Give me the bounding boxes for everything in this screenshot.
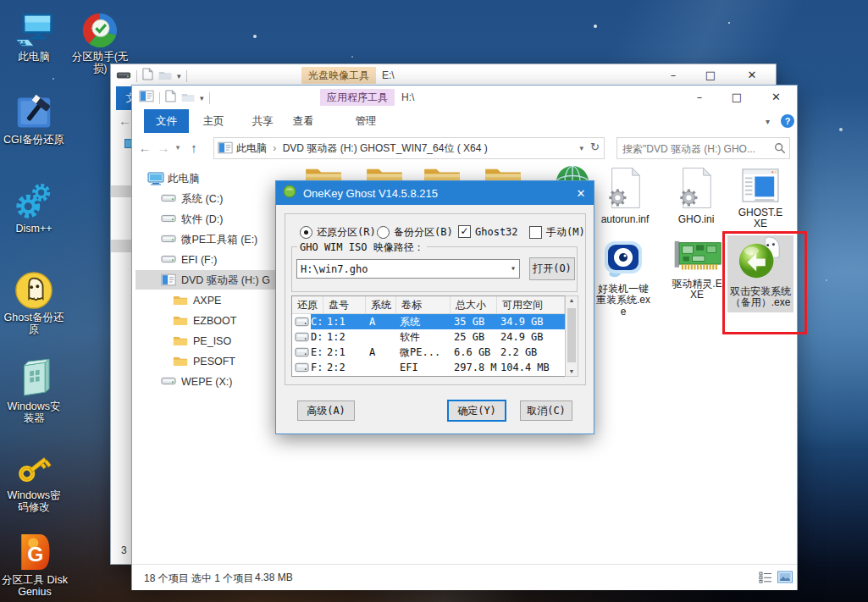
button-取消(C)[interactable]: 取消(C) [520, 400, 572, 421]
sidebar-item-EFI (F:)[interactable]: EFI (F:) [161, 251, 217, 268]
file-item-驱动精灵.EXE[interactable]: 驱动精灵.EXE [671, 240, 723, 301]
radio-还原分区(R)[interactable]: 还原分区(R) [300, 225, 376, 240]
tab-查看[interactable]: 查看 [285, 109, 322, 133]
file-item-好装机一键重装系统.exe[interactable]: 好装机一键重装系统.exe [595, 238, 651, 318]
sidebar-item-AXPE[interactable]: AXPE [173, 292, 221, 309]
close-button[interactable]: ✕ [729, 64, 775, 86]
desktop-icon-7[interactable]: G 分区工具 DiskGenius [2, 530, 68, 599]
thumbnail-view-icon[interactable] [777, 571, 793, 586]
combo-dropdown-icon[interactable]: ▾ [511, 263, 516, 273]
table-cell: 297.8 MB [451, 362, 497, 373]
sidebar-item-EZBOOT[interactable]: EZBOOT [173, 312, 236, 329]
column-header-可用空间[interactable]: 可用空间 [497, 296, 565, 313]
minimize-button[interactable]: – [681, 86, 718, 108]
sidebar-item-DVD 驱动器 (H:) G[interactable]: DVD 驱动器 (H:) G [161, 272, 270, 289]
divider [209, 92, 210, 104]
tab-共享[interactable]: 共享 [244, 109, 281, 133]
help-icon[interactable]: ? [781, 114, 794, 128]
sidebar-item-WEPE (X:)[interactable]: WEPE (X:) [161, 373, 232, 390]
up-arrow-icon[interactable]: ↑ [185, 138, 203, 157]
radio-备份分区(B)[interactable]: 备份分区(B) [377, 225, 453, 240]
maximize-button[interactable]: □ [692, 64, 729, 86]
address-dropdown-icon[interactable]: ▾ [579, 144, 583, 152]
scroll-up-icon[interactable]: ▲ [566, 296, 578, 305]
breadcrumb-root[interactable]: 此电脑 [236, 142, 267, 154]
divider [186, 70, 187, 82]
table-row[interactable]: E:2:1A微PE...6.6 GB2.2 GB [292, 345, 565, 360]
folder-icon[interactable] [181, 91, 195, 106]
column-header-还原[interactable]: 还原 [292, 296, 323, 313]
file-item-autorun.inf[interactable]: autorun.inf [594, 167, 656, 225]
address-box[interactable]: 此电脑 › DVD 驱动器 (H:) GHOST_WIN7_64位 ( X64 … [213, 137, 605, 159]
forward-arrow-icon[interactable]: → [154, 138, 173, 157]
image-path-value[interactable]: H:\win7.gho [301, 263, 368, 275]
checkbox-icon[interactable]: ✓ [458, 225, 471, 238]
table-cell: 2:2 [323, 362, 366, 373]
desktop-icon-label: CGI备份还原 [3, 134, 64, 146]
recent-locations-icon[interactable]: ▾ [173, 141, 183, 153]
open-button[interactable]: 打开(O) [529, 257, 575, 280]
back-arrow-icon[interactable]: ← [119, 113, 131, 128]
checkbox-手动(M)[interactable]: 手动(M) [529, 225, 585, 240]
column-header-总大小[interactable]: 总大小 [451, 296, 497, 313]
scroll-down-icon[interactable]: ▼ [566, 367, 578, 376]
column-header-盘号[interactable]: 盘号 [323, 296, 366, 313]
titlebar: ▾ 应用程序工具 H:\ – □ ✕ [132, 86, 797, 109]
desktop-icon-2[interactable]: CGI备份还原 [2, 90, 66, 146]
ribbon-collapse-icon[interactable]: ▾ [766, 117, 770, 126]
chevron-down-icon[interactable]: ▾ [177, 72, 181, 80]
table-cell: C: [292, 316, 323, 328]
breadcrumb[interactable]: 此电脑 › DVD 驱动器 (H:) GHOST_WIN7_64位 ( X64 … [236, 141, 488, 156]
breadcrumb-current[interactable]: DVD 驱动器 (H:) GHOST_WIN7_64位 ( X64 ) [283, 142, 488, 154]
refresh-icon[interactable]: ↻ [590, 141, 600, 153]
tab-文件[interactable]: 文件 [144, 109, 189, 133]
table-scrollbar[interactable]: ▲ ▼ [565, 295, 578, 377]
new-file-icon[interactable] [142, 68, 153, 84]
folder-icon[interactable] [158, 69, 172, 84]
back-arrow-icon[interactable]: ← [135, 138, 154, 157]
table-row[interactable]: D:1:2软件25 GB24.9 GB [292, 329, 565, 345]
sidebar-item-PE_ISO[interactable]: PE_ISO [173, 333, 231, 350]
search-box[interactable]: 搜索"DVD 驱动器 (H:) GHO... [616, 137, 790, 159]
sidebar-item-软件 (D:)[interactable]: 软件 (D:) [161, 211, 223, 228]
close-icon[interactable]: ✕ [568, 181, 594, 205]
tab-管理[interactable]: 管理 [347, 109, 384, 133]
close-button[interactable]: ✕ [755, 86, 797, 108]
sidebar-item-系统 (C:)[interactable]: 系统 (C:) [161, 191, 223, 207]
checkbox-Ghost32[interactable]: ✓ Ghost32 [458, 225, 518, 238]
hammer-icon [15, 90, 53, 132]
button-确定(Y)[interactable]: 确定(Y) [447, 400, 506, 422]
scrollbar-thumb[interactable] [567, 308, 576, 362]
column-header-系统[interactable]: 系统 [366, 296, 396, 313]
list-view-icon[interactable] [759, 572, 772, 586]
sidebar-item-微PE工具箱 (E:)[interactable]: 微PE工具箱 (E:) [161, 231, 257, 248]
table-row[interactable]: C:1:1A系统35 GB34.9 GB [292, 314, 565, 329]
maximize-button[interactable]: □ [718, 86, 755, 108]
partition-table[interactable]: 还原盘号系统卷标总大小可用空间 C:1:1A系统35 GB34.9 GB D:1… [291, 295, 566, 377]
radio-icon[interactable] [300, 226, 312, 239]
sidebar-item-此电脑[interactable]: 此电脑 [147, 170, 200, 187]
desktop-icon-6[interactable]: Windows密码修改 [3, 445, 64, 514]
checkbox-icon[interactable] [529, 226, 542, 239]
tab-主页[interactable]: 主页 [195, 109, 232, 133]
search-input[interactable]: 搜索"DVD 驱动器 (H:) GHO... [622, 142, 768, 157]
column-header-卷标[interactable]: 卷标 [396, 296, 451, 313]
table-header[interactable]: 还原盘号系统卷标总大小可用空间 [292, 296, 565, 314]
desktop-icon-5[interactable]: Windows安装器 [3, 356, 64, 425]
chevron-down-icon[interactable]: ▾ [200, 94, 204, 102]
sidebar-item-PESOFT[interactable]: PESOFT [173, 353, 235, 370]
button-高级(A)[interactable]: 高级(A) [297, 400, 355, 421]
onekey-ghost-dialog: OneKey Ghost V14.5.8.215 ✕ 还原分区(R) 备份分区(… [275, 180, 594, 434]
desktop-icon-4[interactable]: Ghost备份还原 [3, 268, 64, 336]
table-row[interactable]: F:2:2EFI297.8 MB104.4 MB [292, 360, 565, 375]
minimize-button[interactable]: – [655, 64, 692, 86]
desktop-icon-3[interactable]: Dism++ [7, 179, 61, 235]
desktop-icon-0[interactable]: 此电脑 [7, 7, 61, 63]
pie-chart-icon [81, 7, 119, 49]
image-path-combobox[interactable]: H:\win7.gho ▾ [296, 259, 520, 279]
file-item-GHOST.EXE[interactable]: GHOST.EXE [736, 168, 785, 230]
search-icon[interactable] [774, 142, 786, 157]
radio-icon[interactable] [377, 226, 390, 239]
file-item-GHO.ini[interactable]: GHO.ini [666, 167, 726, 225]
new-file-icon[interactable] [165, 90, 176, 106]
